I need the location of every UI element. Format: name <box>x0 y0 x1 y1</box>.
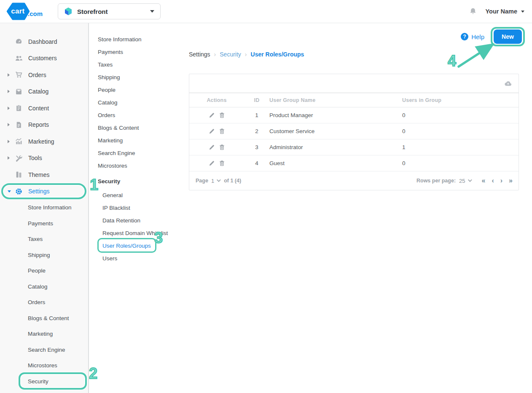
subnav-item-general[interactable]: General <box>89 189 189 201</box>
sidebar-subitem-catalog[interactable]: Catalog <box>0 279 88 295</box>
next-page-button[interactable]: › <box>500 177 502 184</box>
subnav-item-data-retention[interactable]: Data Retention <box>89 214 189 227</box>
breadcrumb-current: User Roles/Groups <box>251 51 304 58</box>
caret-down-icon <box>521 11 524 13</box>
sidebar-item-tools[interactable]: Tools <box>0 150 88 167</box>
sidebar-subitem-payments[interactable]: Payments <box>0 216 88 232</box>
user-name: Your Name <box>486 8 517 15</box>
store-selector-dropdown[interactable]: Storefront <box>58 3 161 19</box>
sidebar-item-settings[interactable]: Settings <box>0 183 88 200</box>
subnav-item-blogs-content[interactable]: Blogs & Content <box>89 121 189 134</box>
sidebar-item-dashboard[interactable]: Dashboard <box>0 33 88 50</box>
sidebar-item-label: Customers <box>28 55 57 61</box>
subnav-item-microstores[interactable]: Microstores <box>89 159 189 172</box>
edit-pencil-icon[interactable] <box>209 128 215 134</box>
last-page-button[interactable]: » <box>509 177 513 184</box>
delete-trash-icon[interactable] <box>219 160 225 166</box>
primary-sidebar: Dashboard Customers Orders <box>0 23 89 393</box>
sidebar-subitem-search-engine[interactable]: Search Engine <box>0 342 88 358</box>
sidebar-subitem-blogs-content[interactable]: Blogs & Content <box>0 310 88 326</box>
breadcrumb-settings[interactable]: Settings <box>189 51 210 58</box>
subnav-security-header[interactable]: Security <box>89 174 189 189</box>
sidebar-subitem-label: Store Information <box>28 204 72 211</box>
sidebar-item-label: Tools <box>28 155 42 161</box>
topbar-right: Your Name <box>469 7 524 16</box>
sidebar-item-marketing[interactable]: Marketing <box>0 133 88 150</box>
subnav-item-store-information[interactable]: Store Information <box>89 33 189 45</box>
sidebar-subitem-taxes[interactable]: Taxes <box>0 231 88 247</box>
page-actions: ? Help New <box>461 29 522 44</box>
subnav-item-marketing[interactable]: Marketing <box>89 134 189 147</box>
cell-id: 2 <box>244 128 269 134</box>
export-cloud-icon[interactable] <box>504 80 512 87</box>
subnav-item-payments[interactable]: Payments <box>89 45 189 58</box>
marketing-chart-icon <box>15 138 23 145</box>
notifications-bell-icon[interactable] <box>469 7 477 16</box>
subnav-item-user-roles-groups[interactable]: User Roles/Groups <box>89 239 189 252</box>
content-clipboard-icon <box>15 104 23 112</box>
sidebar-item-themes[interactable]: Themes <box>0 166 88 183</box>
subnav-item-search-engine[interactable]: Search Engine <box>89 147 189 159</box>
sidebar-subitem-shipping[interactable]: Shipping <box>0 247 88 263</box>
sidebar-subitem-microstores[interactable]: Microstores <box>0 358 88 374</box>
breadcrumb-separator: › <box>214 51 216 58</box>
sidebar-subitem-label: Orders <box>28 299 45 305</box>
page-indicator: Page 1 of 1 (4) <box>196 178 241 184</box>
subnav-item-ip-blacklist[interactable]: IP Blacklist <box>89 201 189 214</box>
edit-pencil-icon[interactable] <box>209 112 215 118</box>
settings-gear-icon <box>15 188 23 195</box>
sidebar-item-customers[interactable]: Customers <box>0 50 88 67</box>
orders-cart-icon <box>15 71 23 78</box>
user-menu[interactable]: Your Name <box>486 8 524 15</box>
reports-file-icon <box>15 121 23 128</box>
help-question-icon: ? <box>461 33 468 40</box>
subnav-item-users[interactable]: Users <box>89 252 189 265</box>
subnav-item-shipping[interactable]: Shipping <box>89 71 189 83</box>
cart-logo[interactable]: cart .com <box>6 3 43 20</box>
cell-users-in-group: 0 <box>402 112 519 118</box>
column-header-actions: Actions <box>207 97 226 103</box>
subnav-item-taxes[interactable]: Taxes <box>89 58 189 71</box>
sidebar-item-content[interactable]: Content <box>0 100 88 117</box>
subnav-item-catalog[interactable]: Catalog <box>89 96 189 109</box>
column-header-id: ID <box>244 97 269 103</box>
delete-trash-icon[interactable] <box>219 112 225 118</box>
delete-trash-icon[interactable] <box>219 128 225 134</box>
sidebar-subitem-people[interactable]: People <box>0 263 88 279</box>
sidebar-item-reports[interactable]: Reports <box>0 117 88 134</box>
new-button[interactable]: New <box>494 29 522 44</box>
chevron-down-icon[interactable] <box>217 178 221 182</box>
subnav-item-people[interactable]: People <box>89 83 189 96</box>
tools-wrench-icon <box>15 155 23 162</box>
sidebar-subitem-orders[interactable]: Orders <box>0 294 88 310</box>
subnav-item-request-domain-whitelist[interactable]: Request Domain Whitelist <box>89 227 189 239</box>
cell-users-in-group: 0 <box>402 160 519 166</box>
column-header-user-group-name: User Group Name <box>269 97 402 103</box>
subnav-item-orders[interactable]: Orders <box>89 109 189 121</box>
sidebar-subitem-store-information[interactable]: Store Information <box>0 200 88 216</box>
sidebar-subitem-label: Security <box>28 378 48 385</box>
page-number-select[interactable]: 1 <box>211 178 214 184</box>
sidebar-item-label: Dashboard <box>28 38 57 45</box>
sidebar-subitem-security[interactable]: Security <box>0 374 88 390</box>
chevron-down-icon[interactable] <box>468 178 472 182</box>
sidebar-item-label: Orders <box>28 72 46 78</box>
sidebar-item-catalog[interactable]: Catalog <box>0 83 88 100</box>
expand-caret-icon <box>8 73 10 77</box>
sidebar-subitem-marketing[interactable]: Marketing <box>0 326 88 342</box>
sidebar-item-label: Catalog <box>28 88 48 95</box>
delete-trash-icon[interactable] <box>219 144 225 150</box>
sidebar-item-orders[interactable]: Orders <box>0 67 88 83</box>
expand-caret-icon <box>8 123 10 126</box>
previous-page-button[interactable]: ‹ <box>492 177 494 184</box>
first-page-button[interactable]: « <box>482 177 486 184</box>
page-label: Page <box>196 178 208 184</box>
rows-per-page-select[interactable]: 25 <box>459 178 465 184</box>
table-row: 1 Product Manager 0 <box>189 107 519 123</box>
edit-pencil-icon[interactable] <box>209 160 215 166</box>
edit-pencil-icon[interactable] <box>209 144 215 150</box>
cell-user-group-name: Product Manager <box>269 112 402 118</box>
cell-user-group-name: Guest <box>269 160 402 166</box>
help-link[interactable]: ? Help <box>461 33 484 40</box>
breadcrumb-security[interactable]: Security <box>220 51 241 58</box>
